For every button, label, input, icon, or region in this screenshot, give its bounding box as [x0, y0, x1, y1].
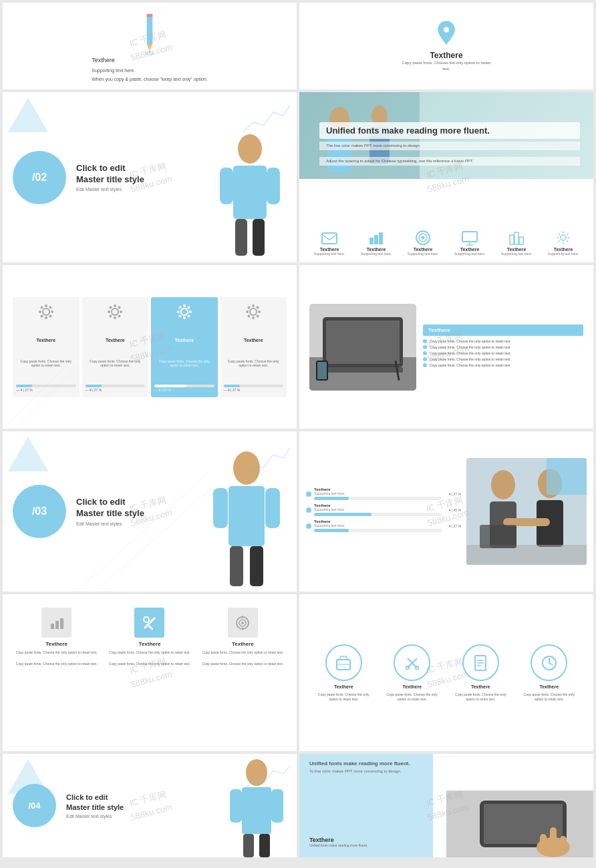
settings-icon: [554, 228, 573, 247]
svg-point-54: [189, 310, 192, 313]
svg-rect-2: [147, 14, 153, 17]
circle-item-2: Texthere Copy paste fonts. Choose the on…: [386, 644, 439, 701]
list-text-2: Copy paste fonts. Choose the only option…: [430, 345, 511, 349]
chapter03-triangle: [8, 437, 48, 471]
list-item-5: Copy paste fonts. Choose the only option…: [423, 363, 583, 367]
svg-rect-28: [510, 235, 514, 244]
svg-point-4: [144, 51, 155, 55]
bar-dot-2: [306, 507, 311, 513]
list-header: Texthere: [423, 324, 583, 336]
chapter04-line1: Click to edit: [66, 793, 108, 801]
circle3-desc: Copy paste fonts. Choose the only option…: [454, 692, 507, 701]
icon-col-4: Texthere Supporting text here.: [450, 228, 490, 256]
circle-item-4: Texthere Copy paste fonts. Choose the on…: [523, 644, 576, 701]
svg-rect-97: [60, 618, 63, 629]
circle-icon-3: [462, 644, 499, 681]
list-dot-5: [423, 363, 427, 367]
svg-rect-94: [480, 525, 516, 548]
bar-dot-3: [306, 523, 311, 529]
svg-point-64: [248, 306, 251, 308]
slide12-bottom-label: Texthere: [309, 837, 367, 843]
chapter04-text: Click to edit Master title style Edit Ma…: [66, 793, 124, 819]
pencil-icon: [133, 9, 166, 55]
list-text-5: Copy paste fonts. Choose the only option…: [430, 363, 511, 367]
svg-line-120: [549, 663, 553, 665]
deco-lines-7: [76, 471, 210, 592]
svg-point-24: [422, 236, 425, 240]
slide12-bottom-sub: Unified fonts make reading more fluent.: [309, 843, 367, 847]
svg-point-60: [252, 304, 255, 307]
bg-chart-03: [240, 441, 293, 484]
chapter-subtitle: Edit Master text styles: [76, 187, 144, 192]
col3-desc: Copy paste fonts. Choose the only option…: [154, 359, 214, 368]
hand-tablet-photo: [446, 791, 593, 857]
svg-rect-81: [265, 488, 280, 528]
list-item-4: Copy paste fonts. Choose the only option…: [423, 357, 583, 361]
chapter04-triangle: [8, 759, 48, 794]
svg-rect-77: [317, 362, 327, 379]
svg-point-37: [40, 306, 43, 308]
icon-col-3: Texthere Supporting text here.: [403, 228, 443, 256]
col3-3-title: Texthere: [232, 641, 254, 647]
svg-point-48: [118, 306, 121, 308]
slide1-text: Texthere Supporting text here. When you …: [92, 55, 207, 83]
icon6-label: Texthere: [554, 247, 573, 252]
list-dot-2: [423, 345, 427, 349]
list-text-1: Copy paste fonts. Choose the only option…: [430, 339, 511, 343]
svg-rect-95: [51, 624, 54, 629]
svg-point-52: [183, 316, 186, 319]
svg-rect-21: [379, 232, 383, 244]
slide-9-three-cols: Texthere Copy paste fonts. Choose the on…: [3, 594, 297, 751]
icon-box3-3: [228, 608, 258, 638]
icon1-label: Texthere: [320, 247, 339, 252]
bar-row-2: Texthere Supporting text here. ¥ | 45 %: [306, 503, 461, 516]
svg-point-49: [110, 314, 112, 317]
icon-box3-2-active: [134, 608, 164, 638]
col1-title: Texthere: [36, 338, 55, 343]
svg-rect-9: [220, 168, 233, 204]
col3-1-title: Texthere: [45, 641, 67, 647]
slide-2-location: Texthere Copy paste fonts. Choose the on…: [299, 3, 593, 89]
svg-rect-80: [213, 488, 228, 528]
svg-point-56: [187, 314, 190, 317]
svg-point-6: [445, 21, 448, 25]
slide1-main: Texthere: [92, 55, 207, 65]
icon4-label: Texthere: [460, 247, 480, 252]
svg-point-45: [120, 310, 122, 313]
svg-point-36: [51, 310, 53, 313]
document-icon: [470, 653, 490, 673]
icon-col3-1: Texthere Copy paste fonts. Choose the on…: [13, 608, 100, 666]
svg-rect-83: [250, 546, 263, 586]
slide-4-unified-fonts: Unified fonts make reading more fluent. …: [299, 92, 593, 262]
svg-point-57: [187, 306, 190, 308]
bar2-val: ¥ | 45 %: [444, 508, 461, 512]
svg-point-66: [257, 306, 259, 308]
slide-10-circle-icons: Texthere Copy paste fonts. Choose the on…: [299, 594, 593, 751]
list-item-1: Copy paste fonts. Choose the only option…: [423, 339, 583, 343]
bar1-desc: Supporting text here.: [314, 491, 442, 495]
slide12-bottom-text: Texthere Unified fonts make reading more…: [309, 837, 367, 847]
bar3-val: ¥ | 27 %: [444, 524, 461, 528]
col3-title: Texthere: [174, 338, 194, 343]
svg-point-5: [444, 27, 449, 32]
slide12-desc: To line color makes PPT more convincing …: [309, 769, 583, 774]
icon3-label: Texthere: [414, 247, 433, 252]
slide6-list: Texthere Copy paste fonts. Choose the on…: [423, 324, 583, 369]
list-text-4: Copy paste fonts. Choose the only option…: [430, 357, 511, 361]
circle-item-3: Texthere Copy paste fonts. Choose the on…: [454, 644, 507, 701]
slide2-texthere: Texthere: [430, 51, 462, 60]
svg-line-85: [96, 471, 210, 592]
svg-point-51: [183, 304, 186, 307]
svg-point-44: [108, 310, 110, 313]
bar2-desc: Supporting text here.: [314, 507, 442, 511]
icon5-sub: Supporting text here.: [501, 252, 532, 256]
monitor-icon: [460, 228, 479, 247]
chapter04-sub: Edit Master text styles: [66, 814, 124, 819]
icon-col3-2: Texthere Copy paste fonts. Choose the on…: [106, 608, 193, 666]
col4-percent: — ¥ | 27 %: [224, 388, 284, 392]
col3-3-desc2: Copy paste fonts. Choose the only option…: [202, 662, 283, 666]
circle1-title: Texthere: [334, 684, 353, 689]
slide-11-chapter04: /04 Click to edit Master title style Edi…: [3, 754, 297, 857]
list-item-3: Copy paste fonts. Choose the only option…: [423, 351, 583, 355]
col-box-4: Texthere Copy paste fonts. Choose the on…: [220, 297, 287, 397]
